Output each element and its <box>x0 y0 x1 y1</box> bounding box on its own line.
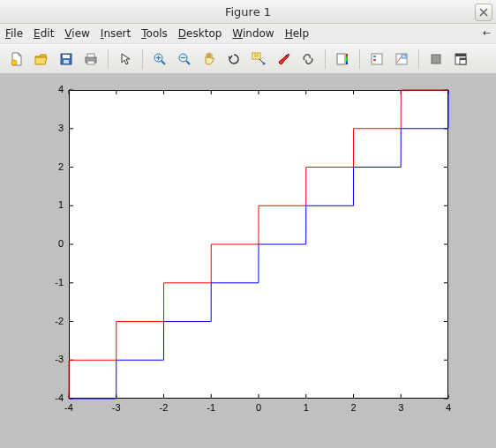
y-tick-label: 0 <box>42 238 64 249</box>
new-figure-button[interactable] <box>5 48 28 71</box>
save-button[interactable] <box>55 48 78 71</box>
colorbar-button[interactable] <box>331 48 354 71</box>
toolbar-separator <box>108 49 109 69</box>
svg-rect-18 <box>432 55 440 63</box>
y-tick-label: 3 <box>42 123 64 133</box>
pan-icon <box>202 52 216 66</box>
y-tick-label: -4 <box>42 392 64 403</box>
hide-tools-button[interactable] <box>425 48 447 71</box>
menu-desktop[interactable]: Desktop <box>178 27 222 40</box>
dock-icon <box>454 52 468 66</box>
dock-button[interactable] <box>449 48 472 71</box>
zoom-out-button[interactable] <box>173 48 196 71</box>
x-tick-label: -2 <box>155 402 173 413</box>
zoom-in-icon <box>153 52 167 66</box>
print-button[interactable] <box>79 48 102 71</box>
svg-point-0 <box>11 60 17 65</box>
legend-icon <box>370 52 384 66</box>
edit-plot-button[interactable] <box>114 48 137 71</box>
menu-view[interactable]: View <box>64 27 89 40</box>
rotate-button[interactable] <box>222 48 245 71</box>
svg-rect-17 <box>402 55 406 58</box>
svg-rect-11 <box>337 54 345 64</box>
toolbar-separator <box>142 49 143 69</box>
colorbar-icon <box>335 52 349 66</box>
x-tick-label: 1 <box>297 402 315 413</box>
x-tick-label: 3 <box>392 402 410 413</box>
undock-arrow-icon[interactable]: ↘ <box>480 26 494 41</box>
data-cursor-button[interactable] <box>247 48 270 71</box>
zoom-out-icon <box>177 52 192 66</box>
svg-rect-12 <box>346 54 348 64</box>
save-icon <box>59 52 73 66</box>
datacursor-icon <box>252 52 266 66</box>
menu-insert[interactable]: Insert <box>101 27 131 40</box>
x-tick-label: 4 <box>440 402 457 413</box>
insert-annotation-button[interactable] <box>390 48 413 71</box>
menubar: File Edit View Insert Tools Desktop Wind… <box>0 24 496 44</box>
toolbar-separator <box>418 49 419 69</box>
svg-rect-3 <box>64 60 69 63</box>
open-button[interactable] <box>30 48 53 71</box>
figure-canvas[interactable]: -4-3-2-101234-4-3-2-101234 <box>0 74 496 448</box>
brush-button[interactable] <box>272 48 295 71</box>
svg-rect-20 <box>455 54 466 56</box>
x-tick-label: -1 <box>202 402 220 413</box>
rotate-icon <box>227 52 241 66</box>
y-tick-label: -2 <box>42 316 64 326</box>
insert-legend-button[interactable] <box>365 48 388 71</box>
annotation-icon <box>395 52 409 66</box>
zoom-in-button[interactable] <box>148 48 171 71</box>
y-tick-label: 2 <box>42 161 64 172</box>
plot-lines <box>0 74 450 400</box>
window-title: Figure 1 <box>0 5 496 19</box>
svg-rect-22 <box>460 58 466 60</box>
svg-rect-14 <box>373 56 376 57</box>
brush-icon <box>276 52 290 66</box>
svg-rect-15 <box>373 59 376 61</box>
print-icon <box>84 52 98 66</box>
x-tick-label: 2 <box>345 402 363 413</box>
close-button[interactable] <box>475 4 492 21</box>
toolbar <box>0 44 496 74</box>
link-icon <box>301 52 315 66</box>
svg-point-10 <box>263 63 266 65</box>
link-button[interactable] <box>297 48 319 71</box>
svg-rect-5 <box>87 54 94 57</box>
open-icon <box>34 52 49 66</box>
menu-file[interactable]: File <box>5 27 23 40</box>
titlebar: Figure 1 <box>0 0 496 24</box>
close-icon <box>479 8 488 17</box>
y-tick-label: 1 <box>42 199 64 210</box>
toolbar-separator <box>325 49 326 69</box>
y-tick-label: 4 <box>42 84 64 94</box>
menu-tools[interactable]: Tools <box>141 27 168 40</box>
figure-window: Figure 1 File Edit View Insert Tools Des… <box>0 0 496 448</box>
hide-icon <box>429 52 443 66</box>
y-tick-label: -1 <box>42 277 64 287</box>
pan-button[interactable] <box>198 48 221 71</box>
svg-rect-2 <box>63 55 70 58</box>
svg-rect-6 <box>87 61 94 64</box>
x-tick-label: 0 <box>250 402 267 413</box>
svg-rect-13 <box>372 54 382 64</box>
x-tick-label: -3 <box>108 402 125 413</box>
arrow-icon <box>118 52 132 66</box>
x-tick-label: -4 <box>60 402 78 413</box>
menu-window[interactable]: Window <box>232 27 274 40</box>
menu-edit[interactable]: Edit <box>34 27 54 40</box>
new-icon <box>10 52 24 66</box>
menu-help[interactable]: Help <box>285 27 309 40</box>
y-tick-label: -3 <box>42 354 64 364</box>
toolbar-separator <box>359 49 360 69</box>
